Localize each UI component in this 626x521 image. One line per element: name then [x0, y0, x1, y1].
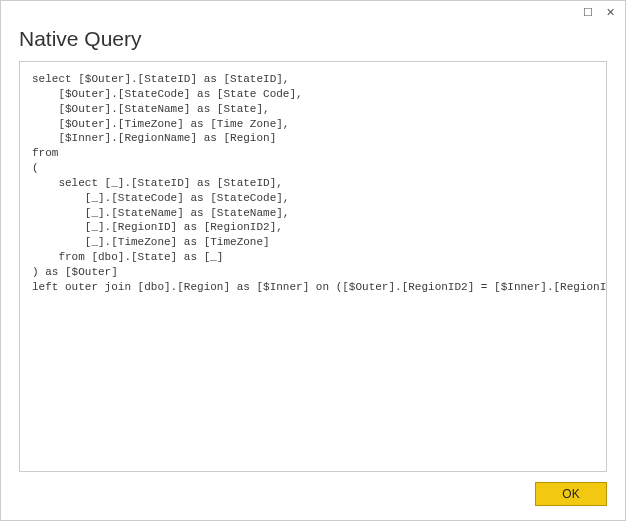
- maximize-glyph: ☐: [583, 6, 593, 19]
- window-titlebar: ☐ ✕: [1, 1, 625, 23]
- query-container: select [$Outer].[StateID] as [StateID], …: [19, 61, 607, 472]
- close-glyph: ✕: [606, 6, 615, 19]
- native-query-text: select [$Outer].[StateID] as [StateID], …: [32, 72, 594, 295]
- maximize-icon[interactable]: ☐: [579, 4, 597, 20]
- page-title: Native Query: [19, 27, 607, 51]
- ok-button[interactable]: OK: [535, 482, 607, 506]
- dialog-main: Native Query select [$Outer].[StateID] a…: [1, 23, 625, 520]
- close-icon[interactable]: ✕: [601, 4, 619, 20]
- button-row: OK: [19, 472, 607, 506]
